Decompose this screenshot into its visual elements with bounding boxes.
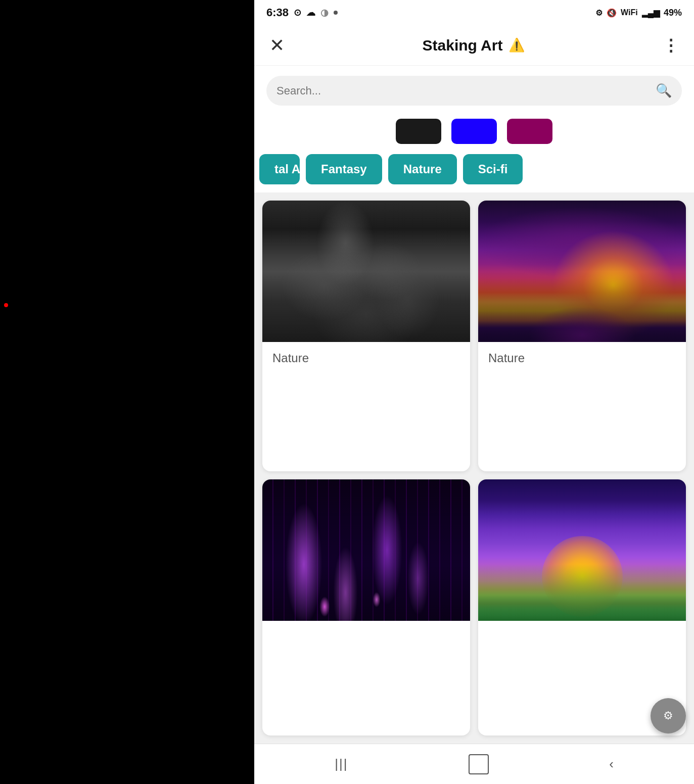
art-image-smoke (262, 201, 470, 342)
back-nav-icon[interactable]: ‹ (609, 756, 614, 772)
search-container: 🔍 (254, 66, 694, 114)
tab-digital-art[interactable]: tal Art (259, 154, 300, 184)
art-card-neon[interactable] (262, 479, 470, 736)
signal-icon: ▂▄▆ (642, 8, 660, 18)
swatch-black[interactable] (396, 119, 441, 144)
status-bar-right: ⚙ 🔇 WiFi ▂▄▆ 49% (595, 8, 682, 18)
status-bar-left: 6:38 ⊙ ☁ ◑ (266, 6, 338, 19)
art-card-sunset[interactable] (478, 479, 686, 736)
art-label-sunset (478, 621, 686, 639)
art-image-fantasy (478, 201, 686, 342)
search-icon[interactable]: 🔍 (656, 83, 672, 99)
home-nav-icon[interactable] (469, 754, 489, 774)
warning-icon: ⚠️ (508, 37, 525, 53)
mute-icon: 🔇 (607, 8, 617, 18)
top-bar: ✕ Staking Art ⚠️ ⋮ (254, 25, 694, 66)
art-card-smoke[interactable]: Nature (262, 201, 470, 471)
title-area: Staking Art ⚠️ (423, 37, 525, 54)
floating-settings-button[interactable]: ⚙ (651, 698, 686, 733)
art-card-fantasy[interactable]: Nature (478, 201, 686, 471)
color-swatches (254, 114, 694, 154)
tab-fantasy[interactable]: Fantasy (306, 154, 382, 184)
swatch-purple[interactable] (507, 119, 552, 144)
search-bar: 🔍 (266, 76, 682, 106)
cloud-icon: ☁ (306, 7, 315, 18)
time-display: 6:38 (266, 6, 289, 19)
swatch-blue[interactable] (451, 119, 497, 144)
tab-scifi[interactable]: Sci-fi (463, 154, 523, 184)
battery-display: 49% (664, 8, 682, 18)
floating-settings-icon: ⚙ (663, 709, 673, 722)
art-grid: Nature Nature (254, 192, 694, 744)
settings-icon: ⚙ (595, 8, 603, 18)
more-button[interactable]: ⋮ (663, 36, 679, 55)
phone-panel: 6:38 ⊙ ☁ ◑ ⚙ 🔇 WiFi ▂▄▆ 49% ✕ Staking Ar… (254, 0, 694, 784)
tab-nature[interactable]: Nature (388, 154, 457, 184)
art-label-neon (262, 621, 470, 639)
category-tabs: tal Art Fantasy Nature Sci-fi (254, 154, 694, 192)
art-image-sunset (478, 479, 686, 621)
search-input[interactable] (276, 84, 651, 97)
indicator-icon: ◑ (320, 7, 329, 18)
page-title: Staking Art (423, 37, 503, 54)
bottom-nav: ||| ‹ (254, 744, 694, 784)
status-bar: 6:38 ⊙ ☁ ◑ ⚙ 🔇 WiFi ▂▄▆ 49% (254, 0, 694, 25)
dot-indicator (334, 11, 338, 15)
menu-nav-icon[interactable]: ||| (335, 756, 348, 772)
wifi-icon: WiFi (621, 8, 638, 17)
content-area: 🔍 tal Art Fantasy Nature Sci-fi Nature (254, 66, 694, 744)
art-label-fantasy: Nature (478, 342, 686, 374)
close-button[interactable]: ✕ (269, 36, 285, 55)
art-label-smoke: Nature (262, 342, 470, 374)
camera-icon: ⊙ (294, 7, 301, 18)
art-image-neon (262, 479, 470, 621)
